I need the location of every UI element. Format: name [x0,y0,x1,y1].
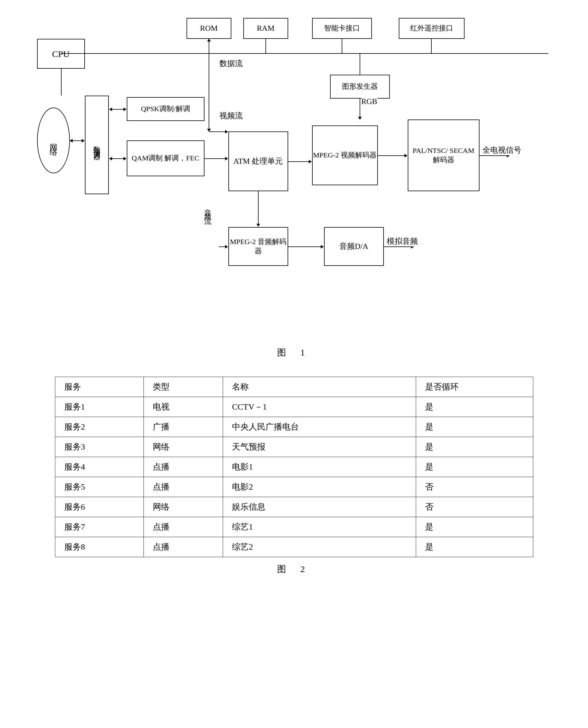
table-cell: 否 [416,477,533,497]
rgb-label: RGB [361,97,377,106]
smart-card-box: 智能卡接口 [312,18,372,39]
table-cell: 电视 [144,397,223,417]
service-table-container: 服务类型名称是否循环服务1电视CCTV－1是服务2广播中央人民广播电台是服务3网… [55,377,533,557]
table-cell: 点播 [144,537,223,557]
table-cell: 服务5 [55,477,144,497]
table-cell: 是 [416,397,533,417]
cpu-box: CPU [37,39,85,69]
table-header-cell: 类型 [144,377,223,397]
network-ellipse: 网 络 [37,108,70,173]
table-row: 服务3网络天气预报是 [55,437,533,457]
table-cell: 点播 [144,477,223,497]
analog-audio-label: 模拟音频 [387,236,418,246]
ram-box: RAM [243,18,288,39]
figure1-caption: 图 1 [18,347,570,359]
table-row: 服务2广播中央人民广播电台是 [55,417,533,437]
digital-demod-box: 数字调调器 [85,95,109,194]
full-tv-label: 全电视信号 [482,145,521,155]
table-cell: 娱乐信息 [223,497,416,517]
mpeg2-video-box: MPEG-2 视频解码器 [312,126,378,185]
table-cell: CCTV－1 [223,397,416,417]
figure2-caption: 图 2 [18,563,570,575]
table-cell: 是 [416,457,533,477]
table-cell: 点播 [144,457,223,477]
atm-box: ATM 处理单元 [228,131,288,191]
table-cell: 电影2 [223,477,416,497]
table-row: 服务5点播电影2否 [55,477,533,497]
ir-remote-box: 红外遥控接口 [399,18,465,39]
table-row: 服务8点播综艺2是 [55,537,533,557]
table-cell: 天气预报 [223,437,416,457]
table-cell: 是 [416,437,533,457]
table-cell: 服务2 [55,417,144,437]
table-cell: 是 [416,417,533,437]
block-diagram: CPU ROM RAM 智能卡接口 红外遥控接口 网 络 数字调调器 QPSK调… [25,12,563,340]
table-cell: 服务7 [55,517,144,537]
table-cell: 电影1 [223,457,416,477]
table-header-cell: 是否循环 [416,377,533,397]
table-cell: 综艺1 [223,517,416,537]
rom-box: ROM [187,18,231,39]
table-cell: 是 [416,537,533,557]
qpsk-box: QPSK调制/解调 [127,97,205,121]
table-cell: 服务1 [55,397,144,417]
table-cell: 网络 [144,437,223,457]
table-cell: 服务8 [55,537,144,557]
video-stream-label: 视频流 [219,111,243,121]
table-header-cell: 名称 [223,377,416,397]
qam-box: QAM调制 解调，FEC [127,140,205,176]
table-cell: 网络 [144,497,223,517]
audio-stream-label: 音 频 流 [203,203,213,213]
table-cell: 广播 [144,417,223,437]
table-row: 服务1电视CCTV－1是 [55,397,533,417]
graphic-gen-box: 图形发生器 [330,75,390,98]
table-row: 服务6网络娱乐信息否 [55,497,533,517]
table-cell: 中央人民广播电台 [223,417,416,437]
table-header-cell: 服务 [55,377,144,397]
data-stream-label: 数据流 [219,58,243,69]
table-cell: 综艺2 [223,537,416,557]
table-row: 服务7点播综艺1是 [55,517,533,537]
table-cell: 点播 [144,517,223,537]
mpeg2-audio-box: MPEG-2 音频解码器 [228,227,288,266]
table-cell: 服务4 [55,457,144,477]
table-cell: 否 [416,497,533,517]
table-cell: 是 [416,517,533,537]
table-cell: 服务6 [55,497,144,517]
audio-da-box: 音频D/A [324,227,384,266]
service-table: 服务类型名称是否循环服务1电视CCTV－1是服务2广播中央人民广播电台是服务3网… [55,377,533,557]
table-cell: 服务3 [55,437,144,457]
table-row: 服务4点播电影1是 [55,457,533,477]
pal-ntsc-box: PAL/NTSC/ SECAM 解码器 [408,119,480,191]
